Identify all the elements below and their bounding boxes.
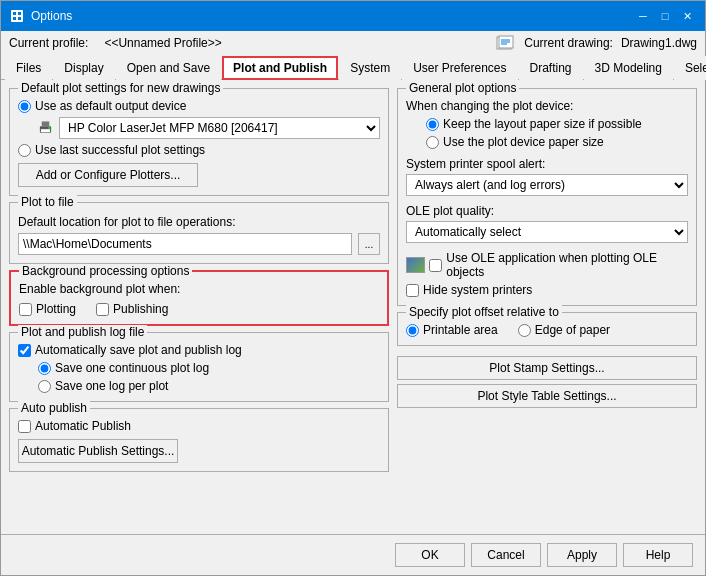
save-one-per-plot-label: Save one log per plot (55, 379, 168, 393)
hide-system-printers-checkbox[interactable] (406, 284, 419, 297)
keep-layout-radio[interactable] (426, 118, 439, 131)
tab-user-preferences[interactable]: User Preferences (402, 56, 517, 80)
cancel-button[interactable]: Cancel (471, 543, 541, 567)
svg-rect-0 (11, 10, 23, 22)
general-plot-options-title: General plot options (406, 81, 519, 95)
maximize-button[interactable]: □ (655, 7, 675, 25)
apply-button[interactable]: Apply (547, 543, 617, 567)
ole-plot-quality-select[interactable]: Automatically select (406, 221, 688, 243)
publishing-checkbox[interactable] (96, 303, 109, 316)
save-continuous-radio[interactable] (38, 362, 51, 375)
default-location-label: Default location for plot to file operat… (18, 215, 380, 229)
tab-open-save[interactable]: Open and Save (116, 56, 221, 80)
tab-files[interactable]: Files (5, 56, 52, 80)
browse-button[interactable]: ... (358, 233, 380, 255)
svg-rect-11 (42, 121, 49, 126)
auto-publish-group: Auto publish Automatic Publish Automatic… (9, 408, 389, 472)
use-ole-app-checkbox[interactable] (429, 259, 442, 272)
system-printer-spool-label: System printer spool alert: (406, 157, 688, 171)
tab-drafting[interactable]: Drafting (519, 56, 583, 80)
use-ole-app-label: Use OLE application when plotting OLE ob… (446, 251, 688, 279)
general-plot-options-group: General plot options When changing the p… (397, 88, 697, 306)
auto-publish-settings-button[interactable]: Automatic Publish Settings... (18, 439, 178, 463)
use-default-output-row: Use as default output device (18, 99, 380, 113)
plot-stamp-settings-button[interactable]: Plot Stamp Settings... (397, 356, 697, 380)
current-drawing-label: Current drawing: (524, 36, 613, 50)
keep-layout-row: Keep the layout paper size if possible (426, 117, 688, 131)
drawing-icon (496, 35, 516, 51)
edge-of-paper-radio[interactable] (518, 324, 531, 337)
auto-save-log-row: Automatically save plot and publish log (18, 343, 380, 357)
printable-area-radio[interactable] (406, 324, 419, 337)
auto-save-log-checkbox[interactable] (18, 344, 31, 357)
ole-plot-quality-label: OLE plot quality: (406, 204, 688, 218)
minimize-button[interactable]: ─ (633, 7, 653, 25)
content-area: Default plot settings for new drawings U… (1, 80, 705, 534)
use-ole-app-row: Use OLE application when plotting OLE ob… (406, 251, 688, 279)
background-processing-group: Background processing options Enable bac… (9, 270, 389, 326)
background-processing-title: Background processing options (19, 264, 192, 278)
plot-offset-group: Specify plot offset relative to Printabl… (397, 312, 697, 346)
plot-style-table-settings-button[interactable]: Plot Style Table Settings... (397, 384, 697, 408)
use-plot-device-radio[interactable] (426, 136, 439, 149)
svg-rect-3 (13, 17, 16, 20)
automatic-publish-label: Automatic Publish (35, 419, 131, 433)
printer-select[interactable]: HP Color LaserJet MFP M680 [206417] (59, 117, 380, 139)
auto-save-log-label: Automatically save plot and publish log (35, 343, 242, 357)
options-dialog: Options ─ □ ✕ Current profile: <<Unnamed… (0, 0, 706, 576)
tab-display[interactable]: Display (53, 56, 114, 80)
window-title: Options (31, 9, 72, 23)
svg-rect-1 (13, 12, 16, 15)
publishing-checkbox-row: Publishing (96, 302, 168, 316)
current-profile-label: Current profile: (9, 36, 88, 50)
plot-to-file-title: Plot to file (18, 195, 77, 209)
when-changing-device-label: When changing the plot device: (406, 99, 688, 113)
default-plot-settings-group: Default plot settings for new drawings U… (9, 88, 389, 196)
ole-icon (406, 257, 425, 273)
right-panel: General plot options When changing the p… (397, 88, 697, 526)
use-last-successful-label: Use last successful plot settings (35, 143, 205, 157)
publishing-label: Publishing (113, 302, 168, 316)
drawing-section: Current drawing: Drawing1.dwg (496, 35, 697, 51)
ok-button[interactable]: OK (395, 543, 465, 567)
auto-publish-title: Auto publish (18, 401, 90, 415)
tab-selection[interactable]: Selection (674, 56, 706, 80)
add-configure-plotters-button[interactable]: Add or Configure Plotters... (18, 163, 198, 187)
svg-point-13 (48, 127, 50, 129)
save-one-per-plot-row: Save one log per plot (38, 379, 380, 393)
close-button[interactable]: ✕ (677, 7, 697, 25)
footer: OK Cancel Apply Help (1, 534, 705, 575)
left-panel: Default plot settings for new drawings U… (9, 88, 389, 526)
printable-area-row: Printable area (406, 323, 498, 337)
plot-to-file-group: Plot to file Default location for plot t… (9, 202, 389, 264)
plotting-checkbox[interactable] (19, 303, 32, 316)
current-drawing-value: Drawing1.dwg (621, 36, 697, 50)
save-one-per-plot-radio[interactable] (38, 380, 51, 393)
enable-when-label: Enable background plot when: (19, 282, 379, 296)
use-last-successful-radio[interactable] (18, 144, 31, 157)
use-last-successful-row: Use last successful plot settings (18, 143, 380, 157)
help-button[interactable]: Help (623, 543, 693, 567)
svg-rect-4 (18, 17, 21, 20)
plot-log-title: Plot and publish log file (18, 325, 147, 339)
tab-3d-modeling[interactable]: 3D Modeling (584, 56, 673, 80)
use-default-output-radio[interactable] (18, 100, 31, 113)
hide-system-printers-label: Hide system printers (423, 283, 532, 297)
title-controls: ─ □ ✕ (633, 7, 697, 25)
edge-of-paper-row: Edge of paper (518, 323, 610, 337)
tab-plot-publish[interactable]: Plot and Publish (222, 56, 338, 80)
tabs-bar: Files Display Open and Save Plot and Pub… (1, 55, 705, 80)
system-printer-spool-select[interactable]: Always alert (and log errors) (406, 174, 688, 196)
location-input[interactable] (18, 233, 352, 255)
svg-rect-12 (41, 129, 50, 133)
profile-bar: Current profile: <<Unnamed Profile>> Cur… (1, 31, 705, 55)
title-bar: Options ─ □ ✕ (1, 1, 705, 31)
tab-system[interactable]: System (339, 56, 401, 80)
automatic-publish-checkbox[interactable] (18, 420, 31, 433)
printer-select-row: HP Color LaserJet MFP M680 [206417] (38, 117, 380, 139)
use-plot-device-row: Use the plot device paper size (426, 135, 688, 149)
location-input-row: ... (18, 233, 380, 255)
current-profile-value: <<Unnamed Profile>> (104, 36, 221, 50)
default-plot-settings-title: Default plot settings for new drawings (18, 81, 223, 95)
use-plot-device-label: Use the plot device paper size (443, 135, 604, 149)
